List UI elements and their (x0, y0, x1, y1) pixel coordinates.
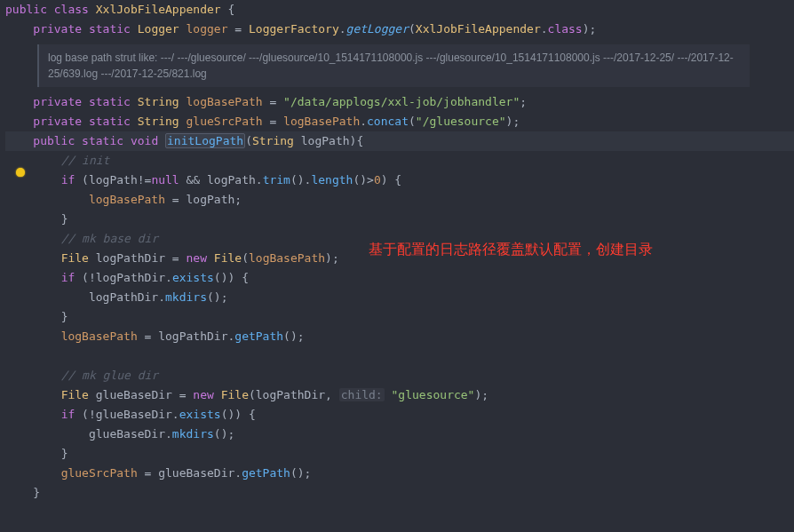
code-token: logBasePath (61, 330, 138, 343)
code-token: initLogPath (167, 134, 243, 147)
code-token: logPathDir (256, 388, 325, 401)
code-token: = (172, 388, 193, 401)
intention-bulb-icon[interactable] (16, 168, 25, 177)
code-token: ( (409, 22, 416, 36)
code-token: private (33, 115, 82, 128)
code-token: static (89, 95, 131, 108)
code-token: XxlJobFileAppender (416, 22, 541, 36)
code-token: XxlJobFileAppender (96, 3, 221, 16)
code-token: != (138, 173, 152, 187)
code-token: "/data/applogs/xxl-job/jobhandler" (283, 95, 520, 108)
code-token: ); (474, 388, 488, 401)
code-token: logBasePath (187, 95, 263, 108)
code-token: Logger (138, 22, 179, 36)
code-token: logPath (207, 173, 256, 187)
code-token: glueBaseDir (96, 408, 172, 421)
code-token: ( (249, 388, 256, 401)
code-token: ()) { (221, 408, 256, 421)
code-token: File (61, 251, 89, 265)
code-token: logPath (187, 193, 235, 206)
code-token: = (263, 95, 283, 108)
code-token: } (61, 447, 68, 460)
code-token: } (61, 212, 68, 226)
code-token: new (193, 388, 213, 401)
code-token: ()> (353, 173, 373, 187)
code-area[interactable]: public class XxlJobFileAppender { privat… (5, 0, 794, 39)
code-token: if (61, 271, 75, 284)
code-token: trim (263, 173, 290, 187)
code-token (385, 388, 392, 401)
code-token: ( (409, 115, 416, 128)
code-token: , (325, 388, 339, 401)
code-token: class (548, 22, 583, 36)
code-token: && (179, 173, 207, 187)
code-token: mkdirs (172, 427, 214, 441)
code-token: { (221, 3, 235, 16)
code-token: void (131, 134, 158, 147)
code-token: String (138, 115, 179, 128)
code-token: glueSrcPath (61, 466, 138, 480)
code-token: . (256, 173, 263, 187)
code-token: logPathDir (96, 251, 165, 265)
code-token: getLogger (346, 22, 409, 36)
code-token: 0 (374, 173, 381, 187)
code-token: = (165, 251, 186, 265)
code-token: concat (367, 115, 409, 128)
code-token: getPath (234, 330, 283, 343)
param-hint: child: (339, 388, 385, 401)
code-token: . (165, 271, 172, 284)
code-token: . (165, 427, 172, 441)
code-token: static (89, 22, 131, 36)
code-token: (); (290, 466, 311, 480)
code-token: File (221, 388, 249, 401)
code-token: logPathDir (158, 330, 227, 343)
code-token: glueBaseDir (158, 466, 234, 480)
code-token: logPath (89, 173, 138, 187)
code-token: = (138, 330, 158, 343)
code-token: logPath (301, 134, 350, 147)
code-token: ) { (381, 173, 401, 187)
code-token: ); (583, 22, 597, 36)
code-token: File (61, 388, 89, 401)
code-token: static (82, 134, 123, 147)
code-token: = (263, 115, 283, 128)
code-token: . (339, 22, 346, 36)
code-token: (); (207, 290, 227, 304)
code-token: new (187, 251, 207, 265)
code-token: File (214, 251, 242, 265)
code-token: glueSrcPath (187, 115, 263, 128)
code-token: public (33, 134, 75, 147)
code-token: . (541, 22, 548, 36)
code-token: } (61, 310, 68, 323)
javadoc-rendered: log base path strut like: ---/ ---/glues… (37, 44, 750, 87)
code-comment: // init (61, 154, 110, 167)
code-token: public (5, 3, 47, 16)
code-token: if (61, 408, 75, 421)
code-token: ( (242, 251, 249, 265)
code-token: . (360, 115, 367, 128)
code-token: (! (75, 408, 95, 421)
code-token: class (54, 3, 89, 16)
code-token: (); (283, 330, 304, 343)
code-token: String (252, 134, 294, 147)
code-token: logBasePath (283, 115, 360, 128)
code-area[interactable]: private static String logBasePath = "/da… (5, 92, 794, 503)
code-token: ); (325, 251, 339, 265)
code-editor[interactable]: public class XxlJobFileAppender { privat… (0, 0, 794, 503)
code-token: ){ (350, 134, 364, 147)
code-token: ()) { (214, 271, 249, 284)
code-token: = (138, 466, 158, 480)
code-token: String (138, 95, 179, 108)
code-token: ); (506, 115, 520, 128)
code-token: length (311, 173, 353, 187)
code-comment: // mk base dir (61, 232, 159, 245)
code-token: getPath (242, 466, 290, 480)
code-token: null (151, 173, 179, 187)
code-token: exists (172, 271, 214, 284)
code-token: if (61, 173, 75, 187)
code-token: (); (214, 427, 234, 441)
code-token: ( (75, 173, 89, 187)
code-token: logPathDir (96, 271, 165, 284)
code-token: . (158, 290, 165, 304)
code-token: ; (234, 193, 242, 206)
